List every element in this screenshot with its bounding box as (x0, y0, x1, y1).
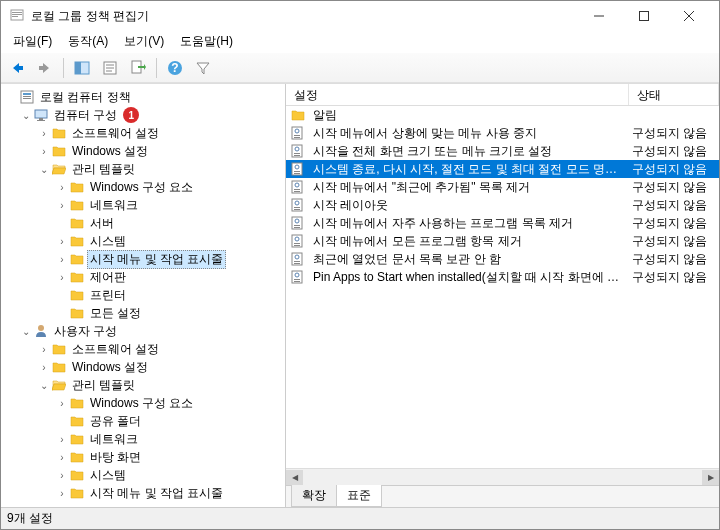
tree-toggle[interactable]: › (55, 200, 69, 211)
tree-toggle[interactable]: › (55, 182, 69, 193)
list-row[interactable]: 최근에 열었던 문서 목록 보관 안 함구성되지 않음 (286, 250, 719, 268)
list-row[interactable]: 시작 메뉴에서 자주 사용하는 프로그램 목록 제거구성되지 않음 (286, 214, 719, 232)
scroll-left-button[interactable]: ◀ (286, 470, 303, 485)
tree-item[interactable]: ›바탕 화면 (1, 448, 285, 466)
tree-item[interactable]: ›프린터 (1, 286, 285, 304)
tree-toggle[interactable]: ⌄ (37, 380, 51, 391)
tree-item[interactable]: ›Windows 설정 (1, 142, 285, 160)
svg-rect-28 (294, 137, 300, 138)
setting-name: 시작 메뉴에서 상황에 맞는 메뉴 사용 중지 (310, 125, 629, 142)
tree-label: 모든 설정 (88, 305, 143, 322)
tree-user-config[interactable]: ⌄사용자 구성 (1, 322, 285, 340)
folder-icon (291, 107, 307, 123)
filter-button[interactable] (191, 56, 215, 80)
scroll-right-button[interactable]: ▶ (702, 470, 719, 485)
tree-item[interactable]: ›Windows 구성 요소 (1, 394, 285, 412)
tree-toggle[interactable]: › (37, 362, 51, 373)
folder-icon (69, 395, 85, 411)
tree-toggle[interactable]: › (55, 236, 69, 247)
tree-item[interactable]: ⌄관리 템플릿 (1, 376, 285, 394)
tree-toggle[interactable]: ⌄ (37, 164, 51, 175)
tab-standard[interactable]: 표준 (336, 485, 382, 507)
show-hide-button[interactable] (70, 56, 94, 80)
tree-label: 로컬 컴퓨터 정책 (38, 89, 133, 106)
horizontal-scrollbar[interactable]: ◀ ▶ (286, 468, 719, 485)
svg-rect-43 (294, 207, 300, 208)
menu-action[interactable]: 동작(A) (60, 31, 116, 52)
tree-item[interactable]: ›시작 메뉴 및 작업 표시줄 (1, 484, 285, 502)
tree-item[interactable]: ›제어판 (1, 268, 285, 286)
tree-admin-templates[interactable]: ⌄관리 템플릿 (1, 160, 285, 178)
tree-toggle[interactable]: › (55, 254, 69, 265)
tree-item[interactable]: ›공유 폴더 (1, 412, 285, 430)
tree-toggle[interactable]: › (37, 146, 51, 157)
svg-rect-1 (12, 12, 22, 13)
scroll-track[interactable] (303, 470, 702, 485)
tree-pane[interactable]: ▶ 로컬 컴퓨터 정책 ⌄ 컴퓨터 구성 1 ›소프트웨어 설정 ›Window… (1, 84, 286, 507)
export-button[interactable] (126, 56, 150, 80)
tree-toggle[interactable]: › (55, 272, 69, 283)
svg-rect-19 (23, 96, 31, 97)
minimize-button[interactable] (576, 2, 621, 30)
list-row[interactable]: 시작 메뉴에서 모든 프로그램 항목 제거구성되지 않음 (286, 232, 719, 250)
menu-view[interactable]: 보기(V) (116, 31, 172, 52)
list-row[interactable]: 시작 레이아웃구성되지 않음 (286, 196, 719, 214)
column-header-name[interactable]: 설정 (286, 84, 629, 105)
tree-item[interactable]: ›네트워크 (1, 196, 285, 214)
folder-icon (69, 431, 85, 447)
tree-toggle[interactable]: ⌄ (19, 110, 33, 121)
tree-toggle[interactable]: › (55, 398, 69, 409)
list-body[interactable]: 알림시작 메뉴에서 상황에 맞는 메뉴 사용 중지구성되지 않음시작을 전체 화… (286, 106, 719, 468)
forward-button[interactable] (33, 56, 57, 80)
tree-item[interactable]: ›서버 (1, 214, 285, 232)
setting-state: 구성되지 않음 (629, 269, 719, 286)
maximize-button[interactable] (621, 2, 666, 30)
back-button[interactable] (5, 56, 29, 80)
menu-help[interactable]: 도움말(H) (172, 31, 241, 52)
window-title: 로컬 그룹 정책 편집기 (31, 8, 576, 25)
tree-item[interactable]: ›소프트웨어 설정 (1, 340, 285, 358)
list-row[interactable]: 시작 메뉴에서 "최근에 추가됨" 목록 제거구성되지 않음 (286, 178, 719, 196)
menu-file[interactable]: 파일(F) (5, 31, 60, 52)
list-row[interactable]: 시작 메뉴에서 상황에 맞는 메뉴 사용 중지구성되지 않음 (286, 124, 719, 142)
column-header-state[interactable]: 상태 (629, 84, 719, 105)
folder-icon (69, 233, 85, 249)
close-button[interactable] (666, 2, 711, 30)
list-row[interactable]: 시작을 전체 화면 크기 또는 메뉴 크기로 설정구성되지 않음 (286, 142, 719, 160)
folder-icon (69, 287, 85, 303)
tree-item[interactable]: ›시스템 (1, 466, 285, 484)
svg-text:?: ? (171, 61, 178, 75)
tree-item[interactable]: ›Windows 설정 (1, 358, 285, 376)
tree-label: Windows 설정 (70, 359, 150, 376)
tree-toggle[interactable]: › (37, 128, 51, 139)
list-row[interactable]: 시스템 종료, 다시 시작, 절전 모드 및 최대 절전 모드 명령 2구성되지… (286, 160, 719, 178)
list-row[interactable]: Pin Apps to Start when installed(설치할 때 시… (286, 268, 719, 286)
tree-item[interactable]: ›시스템 (1, 232, 285, 250)
tree-toggle[interactable]: ⌄ (19, 326, 33, 337)
tree-item[interactable]: ›모든 설정 (1, 304, 285, 322)
tree-toggle[interactable]: › (37, 344, 51, 355)
tree-label: 시작 메뉴 및 작업 표시줄 (87, 250, 226, 269)
tree-label: 서버 (88, 215, 116, 232)
tree-toggle[interactable]: › (55, 452, 69, 463)
tree-computer-config[interactable]: ⌄ 컴퓨터 구성 1 (1, 106, 285, 124)
svg-rect-2 (12, 14, 22, 15)
tab-extended[interactable]: 확장 (291, 485, 337, 507)
separator (63, 58, 64, 78)
tree-toggle[interactable]: › (55, 434, 69, 445)
tree-item[interactable]: ›네트워크 (1, 430, 285, 448)
titlebar: 로컬 그룹 정책 편집기 (1, 1, 719, 31)
tree-item[interactable]: ›소프트웨어 설정 (1, 124, 285, 142)
tree-toggle[interactable]: › (55, 470, 69, 481)
help-button[interactable]: ? (163, 56, 187, 80)
tree-item[interactable]: ›Windows 구성 요소 (1, 178, 285, 196)
tree-root[interactable]: ▶ 로컬 컴퓨터 정책 (1, 88, 285, 106)
list-row[interactable]: 알림 (286, 106, 719, 124)
menubar: 파일(F) 동작(A) 보기(V) 도움말(H) (1, 31, 719, 53)
setting-icon (291, 197, 307, 213)
props-button[interactable] (98, 56, 122, 80)
tree-toggle[interactable]: › (55, 488, 69, 499)
tree-label: 사용자 구성 (52, 323, 119, 340)
svg-rect-48 (294, 227, 300, 228)
tree-start-menu[interactable]: ›시작 메뉴 및 작업 표시줄 (1, 250, 285, 268)
